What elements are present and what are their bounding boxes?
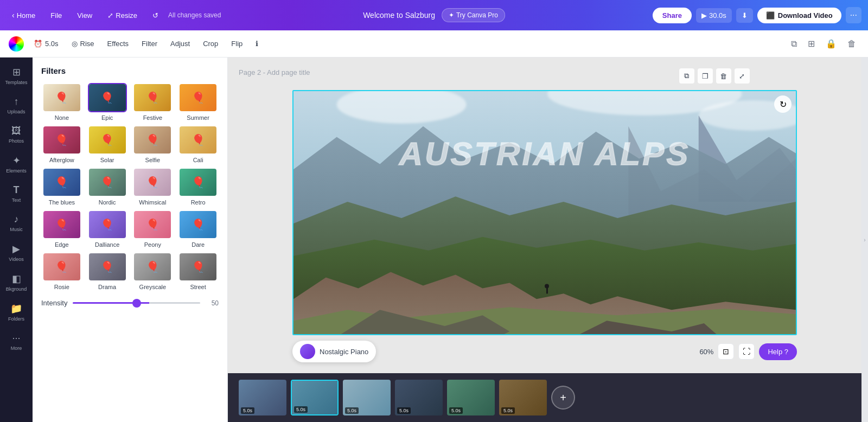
filter-edge[interactable]: 🎈 Edge (41, 210, 82, 248)
filter-solar[interactable]: 🎈 Solar (87, 125, 128, 163)
info-icon: ℹ (256, 40, 258, 48)
download-video-button[interactable]: ⬛ Download Video (757, 8, 841, 23)
effects-button[interactable]: Effects (102, 36, 135, 51)
sidebar-item-folders[interactable]: 📁 Folders (2, 298, 30, 326)
sidebar-item-uploads[interactable]: ↑ Uploads (2, 92, 30, 119)
info-button[interactable]: ℹ (250, 36, 264, 51)
timeline-thumb-4[interactable]: 5.0s (395, 380, 443, 415)
timeline-thumb-3[interactable]: 5.0s (343, 380, 391, 415)
music-icon: ♪ (14, 214, 19, 225)
sidebar-item-videos[interactable]: ▶ Videos (2, 239, 30, 266)
top-navigation: ‹ Home File View ⤢ Resize ↺ All changes … (0, 0, 868, 30)
filter-cali[interactable]: 🎈 Cali (177, 125, 219, 163)
zoom-controls: 60% ⊡ ⛶ Help ? (699, 343, 797, 360)
filter-rosie[interactable]: 🎈 Rosie (41, 252, 82, 290)
duplicate-frame-button[interactable]: ❐ (698, 68, 713, 84)
more-options-button[interactable]: ··· (846, 7, 861, 23)
delete-frame-button[interactable]: 🗑 (716, 68, 731, 84)
page-label-suffix: - Add page title (261, 68, 310, 76)
filter-greyscale[interactable]: 🎈 Greyscale (132, 252, 174, 290)
download-icon-button[interactable]: ⬇ (736, 8, 753, 23)
thumb-label-6: 5.0s (501, 407, 515, 414)
filter-summer[interactable]: 🎈 Summer (177, 83, 219, 121)
help-button[interactable]: Help ? (759, 343, 797, 360)
sidebar-item-more[interactable]: ··· More (2, 328, 30, 355)
grid-view-button[interactable]: ⊞ (805, 35, 818, 52)
chevron-left-icon: ‹ (12, 11, 15, 20)
sidebar-item-templates[interactable]: ⊞ Templates (2, 62, 30, 89)
rise-icon: ◎ (72, 40, 78, 48)
home-button[interactable]: ‹ Home (7, 8, 41, 23)
canvas-bottom-bar: Nostalgic Piano 60% ⊡ ⛶ Help ? (292, 341, 797, 362)
templates-icon: ⊞ (12, 66, 21, 78)
add-page-button[interactable]: + (551, 386, 575, 410)
rise-button[interactable]: ◎ Rise (66, 36, 100, 51)
main-layout: ⊞ Templates ↑ Uploads 🖼 Photos ✦ Element… (0, 57, 868, 422)
filter-selfie[interactable]: 🎈 Selfie (132, 125, 174, 163)
more-icon: ··· (12, 333, 20, 344)
try-canva-pro-button[interactable]: ✦ Try Canva Pro (442, 8, 505, 22)
filter-whimsical[interactable]: 🎈 Whimsical (132, 168, 174, 206)
filter-settings-button[interactable]: ⧉ (788, 36, 800, 52)
timeline-thumb-6[interactable]: 5.0s (499, 380, 547, 415)
music-avatar (300, 344, 315, 359)
crop-button[interactable]: Crop (197, 36, 224, 51)
right-collapse-handle[interactable]: › (861, 57, 868, 422)
intensity-value: 50 (206, 299, 219, 307)
color-wheel-button[interactable] (9, 36, 24, 52)
filter-dare[interactable]: 🎈 Dare (177, 210, 219, 248)
filter-nordic[interactable]: 🎈 Nordic (87, 168, 128, 206)
canvas-column: Page 2 - Add page title ⧉ ❐ 🗑 ⤢ (228, 57, 861, 422)
filter-epic[interactable]: 🎈 Epic (87, 83, 128, 121)
timeline-thumb-2[interactable]: 5.0s (291, 380, 339, 415)
filter-blues[interactable]: 🎈 The blues (41, 168, 82, 206)
fit-screen-button[interactable]: ⊡ (718, 343, 734, 360)
duration-button[interactable]: ▶ 30.0s (696, 8, 732, 23)
duration-toolbar-button[interactable]: ⏰ 5.0s (28, 36, 64, 51)
copy-frame-button[interactable]: ⧉ (679, 68, 694, 84)
music-badge[interactable]: Nostalgic Piano (292, 341, 376, 362)
filter-none[interactable]: 🎈 None (41, 83, 82, 121)
nav-right-actions: Share ▶ 30.0s ⬇ ⬛ Download Video ··· (653, 7, 861, 23)
page-label: Page 2 - Add page title ⧉ ❐ 🗑 ⤢ (239, 68, 750, 84)
filter-drama[interactable]: 🎈 Drama (87, 252, 128, 290)
intensity-slider[interactable] (73, 302, 200, 304)
filter-festive[interactable]: 🎈 Festive (132, 83, 174, 121)
resize-icon: ⤢ (107, 11, 113, 20)
filter-street[interactable]: 🎈 Street (177, 252, 219, 290)
filter-button[interactable]: Filter (136, 36, 163, 51)
trash-button[interactable]: 🗑 (844, 36, 859, 52)
share-button[interactable]: Share (653, 8, 692, 23)
view-button[interactable]: View (72, 8, 98, 23)
undo-button[interactable]: ↺ (147, 8, 164, 23)
sidebar-item-background[interactable]: ◧ Bkground (2, 268, 30, 296)
filter-afterglow[interactable]: 🎈 Afterglow (41, 125, 82, 163)
file-button[interactable]: File (45, 8, 67, 23)
rotate-button[interactable]: ↻ (774, 95, 792, 113)
lock-button[interactable]: 🔒 (822, 35, 840, 52)
filter-retro[interactable]: 🎈 Retro (177, 168, 219, 206)
sidebar-item-photos[interactable]: 🖼 Photos (2, 121, 30, 148)
page-title: Welcome to Salzburg (363, 11, 435, 20)
thumb-label-5: 5.0s (449, 407, 463, 414)
nav-center: Welcome to Salzburg ✦ Try Canva Pro (363, 8, 505, 22)
sidebar-item-music[interactable]: ♪ Music (2, 209, 30, 236)
filter-dalliance[interactable]: 🎈 Dalliance (87, 210, 128, 248)
timeline-thumb-5[interactable]: 5.0s (447, 380, 495, 415)
music-name: Nostalgic Piano (320, 348, 368, 356)
download-arrow-icon: ⬇ (742, 11, 748, 20)
folders-icon: 📁 (10, 303, 22, 315)
sidebar-item-elements[interactable]: ✦ Elements (2, 150, 30, 178)
fullscreen-button[interactable]: ⛶ (738, 343, 755, 360)
resize-button[interactable]: ⤢ Resize (102, 8, 143, 23)
timeline-thumb-1[interactable]: 5.0s (239, 380, 286, 415)
sidebar-item-text[interactable]: T Text (2, 180, 30, 207)
canvas-frame[interactable]: AUSTRIAN ALPS ↻ (292, 90, 797, 335)
star-icon: ✦ (449, 11, 454, 19)
expand-frame-button[interactable]: ⤢ (735, 68, 750, 84)
flip-button[interactable]: Flip (226, 36, 248, 51)
adjust-button[interactable]: Adjust (165, 36, 195, 51)
canvas-area: Page 2 - Add page title ⧉ ❐ 🗑 ⤢ (228, 57, 861, 373)
left-sidebar: ⊞ Templates ↑ Uploads 🖼 Photos ✦ Element… (0, 57, 33, 422)
filter-peony[interactable]: 🎈 Peony (132, 210, 174, 248)
